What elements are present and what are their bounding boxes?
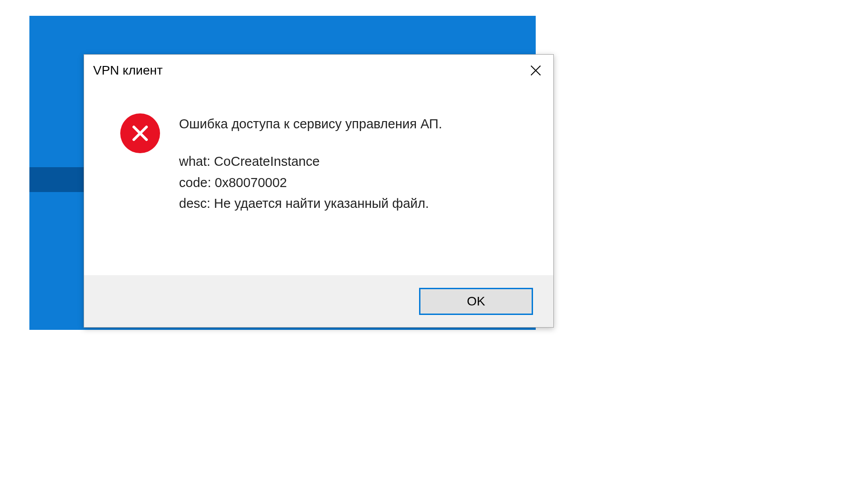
close-icon	[529, 64, 542, 77]
dialog-content: Ошибка доступа к сервису управления АП. …	[84, 86, 553, 275]
error-icon	[120, 113, 160, 153]
dialog-title: VPN клиент	[93, 63, 163, 78]
dialog-footer: OK	[84, 275, 553, 327]
error-detail-desc: desc: Не удается найти указанный файл.	[179, 193, 535, 214]
close-button[interactable]	[526, 61, 545, 80]
error-details: what: CoCreateInstance code: 0x80070002 …	[179, 151, 535, 214]
error-message-heading: Ошибка доступа к сервису управления АП.	[179, 115, 535, 133]
error-dialog: VPN клиент Ошибка доступа к сервису упра…	[84, 54, 554, 328]
error-detail-code: code: 0x80070002	[179, 172, 535, 193]
dialog-message-area: Ошибка доступа к сервису управления АП. …	[179, 113, 535, 214]
error-detail-what: what: CoCreateInstance	[179, 151, 535, 172]
ok-button[interactable]: OK	[419, 288, 533, 315]
desktop-background: VPN клиент Ошибка доступа к сервису упра…	[29, 16, 536, 330]
dialog-titlebar: VPN клиент	[84, 55, 553, 86]
